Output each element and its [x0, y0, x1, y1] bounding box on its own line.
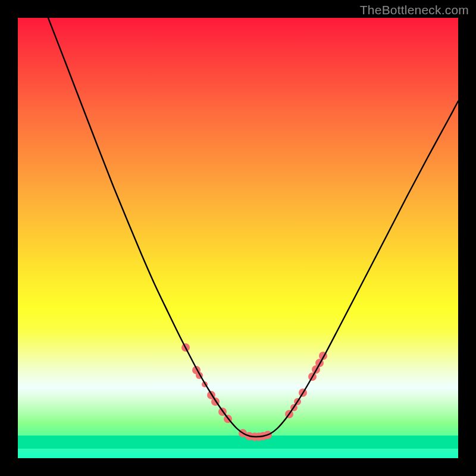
curve-line [48, 18, 458, 437]
chart-svg [18, 18, 458, 458]
chart-container: TheBottleneck.com [0, 0, 476, 476]
plot-area [18, 18, 458, 458]
markers-group [181, 343, 327, 441]
watermark-label: TheBottleneck.com [360, 3, 469, 17]
